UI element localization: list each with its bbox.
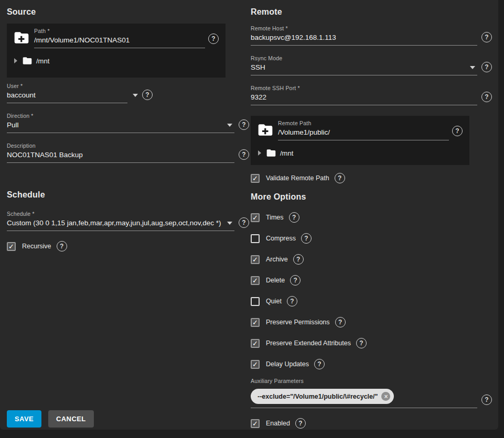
recursive-label: Recursive	[22, 243, 51, 250]
validate-remote-path-checkbox[interactable]	[251, 174, 260, 183]
user-label: User *	[7, 83, 127, 89]
remote-path-explorer: Remote Path ? /mnt	[251, 116, 469, 165]
preserve-extended-attributes-help-icon[interactable]: ?	[356, 338, 367, 348]
enabled-checkbox[interactable]	[251, 419, 260, 428]
folder-icon	[266, 148, 276, 158]
remote-path-input[interactable]	[278, 128, 449, 140]
remote-host-label: Remote Host *	[251, 25, 477, 31]
form-actions: SAVE CANCEL	[7, 410, 94, 428]
cancel-button[interactable]: CANCEL	[48, 410, 94, 428]
auxiliary-parameters-label: Auxiliary Parameters	[251, 378, 492, 384]
schedule-section-title: Schedule	[7, 190, 249, 200]
source-path-explorer: Path * ? /mnt	[7, 24, 226, 78]
remote-ssh-port-input[interactable]	[251, 93, 477, 105]
add-folder-icon[interactable]	[13, 29, 30, 46]
source-path-help-icon[interactable]: ?	[208, 34, 219, 44]
source-tree-node-mnt[interactable]: /mnt	[13, 55, 219, 67]
user-help-icon[interactable]: ?	[142, 90, 153, 100]
description-label: Description	[7, 143, 234, 149]
expand-arrow-icon[interactable]	[14, 58, 17, 63]
rsync-mode-label: Rsync Mode	[251, 55, 477, 61]
rsync-mode-field: Rsync Mode SSH ?	[251, 55, 492, 75]
archive-checkbox[interactable]	[251, 255, 260, 264]
delete-checkbox-row[interactable]: Delete ?	[251, 275, 492, 286]
preserve-permissions-help-icon[interactable]: ?	[335, 317, 346, 327]
delete-checkbox[interactable]	[251, 276, 260, 285]
chip-remove-icon[interactable]: ×	[381, 392, 390, 401]
chevron-down-icon[interactable]	[133, 94, 138, 97]
remote-ssh-port-label: Remote SSH Port *	[251, 85, 477, 91]
recursive-help-icon[interactable]: ?	[57, 241, 67, 251]
remote-host-help-icon[interactable]: ?	[481, 32, 492, 42]
validate-remote-path-help-icon[interactable]: ?	[335, 173, 345, 183]
compress-checkbox[interactable]	[251, 234, 260, 243]
schedule-select[interactable]: Custom (30 0 1,15 jan,feb,mar,apr,may,ju…	[7, 218, 234, 231]
user-field: User * baccount ?	[7, 83, 249, 103]
auxiliary-parameters-field: Auxiliary Parameters --exclude="/Volume1…	[251, 378, 492, 408]
validate-remote-path-label: Validate Remote Path	[266, 174, 329, 182]
rsync-task-form-card: Source Path * ? /mnt	[0, 0, 498, 430]
schedule-field: Schedule * Custom (30 0 1,15 jan,feb,mar…	[7, 211, 249, 231]
auxiliary-parameters-input[interactable]: --exclude="/Volume1/public/\#recycle/" ×	[251, 386, 477, 408]
description-field: Description ?	[7, 143, 249, 163]
delay-updates-checkbox[interactable]	[251, 360, 260, 369]
delete-help-icon[interactable]: ?	[290, 275, 301, 286]
direction-select[interactable]: Pull	[7, 121, 234, 133]
remote-tree-node-mnt[interactable]: /mnt	[257, 147, 463, 159]
remote-section-title: Remote	[251, 7, 492, 17]
enabled-label: Enabled	[266, 420, 290, 427]
preserve-permissions-checkbox-row[interactable]: Preserve Permissions ?	[251, 317, 492, 327]
preserve-permissions-checkbox[interactable]	[251, 318, 260, 327]
source-path-input[interactable]	[34, 36, 205, 48]
delay-updates-checkbox-row[interactable]: Delay Updates ?	[251, 359, 492, 369]
delay-updates-help-icon[interactable]: ?	[314, 359, 325, 369]
chevron-down-icon	[227, 222, 232, 225]
rsync-mode-help-icon[interactable]: ?	[481, 62, 492, 72]
save-button[interactable]: SAVE	[7, 410, 41, 428]
preserve-extended-attributes-checkbox[interactable]	[251, 339, 260, 348]
remote-host-field: Remote Host * ?	[251, 25, 492, 46]
source-section-title: Source	[7, 7, 249, 17]
remote-ssh-port-help-icon[interactable]: ?	[481, 92, 492, 102]
remote-ssh-port-field: Remote SSH Port * ?	[251, 85, 492, 105]
source-path-label: Path *	[34, 28, 205, 34]
direction-help-icon[interactable]: ?	[239, 119, 249, 130]
expand-arrow-icon[interactable]	[258, 150, 261, 156]
chevron-down-icon	[470, 66, 475, 69]
recursive-checkbox-row[interactable]: Recursive ?	[7, 241, 249, 251]
remote-tree-node-label: /mnt	[280, 149, 293, 157]
times-help-icon[interactable]: ?	[289, 212, 299, 223]
remote-path-help-icon[interactable]: ?	[452, 126, 463, 136]
description-input[interactable]	[7, 150, 234, 163]
compress-help-icon[interactable]: ?	[301, 233, 312, 244]
enabled-checkbox-row[interactable]: Enabled ?	[251, 418, 492, 429]
validate-remote-path-row[interactable]: Validate Remote Path ?	[251, 173, 492, 183]
remote-host-input[interactable]	[251, 33, 477, 46]
folder-icon	[22, 56, 33, 66]
aux-parameter-chip[interactable]: --exclude="/Volume1/public/\#recycle/" ×	[251, 389, 394, 404]
rsync-mode-select[interactable]: SSH	[251, 63, 477, 75]
schedule-help-icon[interactable]: ?	[239, 217, 249, 228]
enabled-help-icon[interactable]: ?	[295, 418, 306, 429]
quiet-checkbox-row[interactable]: Quiet ?	[251, 296, 492, 306]
user-select[interactable]: baccount	[7, 91, 127, 103]
archive-checkbox-row[interactable]: Archive ?	[251, 254, 492, 265]
times-checkbox-row[interactable]: Times ?	[251, 212, 492, 223]
recursive-checkbox[interactable]	[7, 242, 16, 251]
quiet-help-icon[interactable]: ?	[287, 296, 297, 306]
times-checkbox[interactable]	[251, 213, 260, 222]
auxiliary-parameters-help-icon[interactable]: ?	[481, 395, 492, 405]
chevron-down-icon	[227, 124, 232, 127]
preserve-extended-attributes-checkbox-row[interactable]: Preserve Extended Attributes ?	[251, 338, 492, 348]
direction-field: Direction * Pull ?	[7, 113, 249, 133]
quiet-checkbox[interactable]	[251, 297, 260, 306]
remote-path-label: Remote Path	[278, 120, 449, 126]
add-folder-icon[interactable]	[257, 122, 274, 138]
description-help-icon[interactable]: ?	[239, 149, 249, 160]
more-options-section-title: More Options	[251, 192, 492, 202]
source-tree-node-label: /mnt	[36, 57, 49, 65]
compress-checkbox-row[interactable]: Compress ?	[251, 233, 492, 244]
schedule-label: Schedule *	[7, 211, 234, 217]
direction-label: Direction *	[7, 113, 234, 119]
archive-help-icon[interactable]: ?	[293, 254, 304, 265]
